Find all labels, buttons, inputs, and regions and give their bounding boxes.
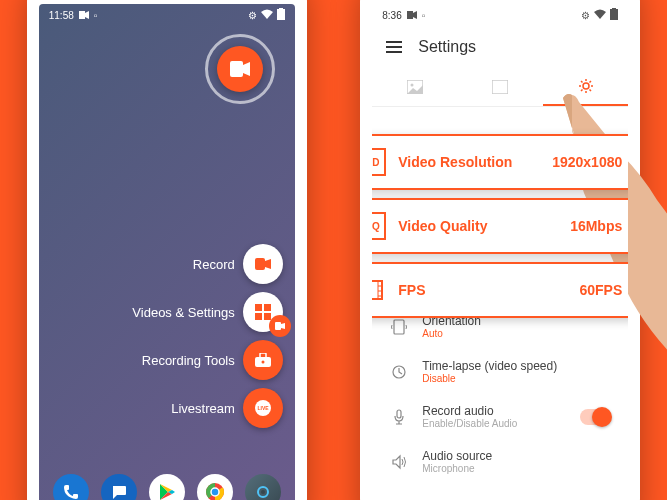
card-video-resolution[interactable]: HD Video Resolution 1920x1080	[372, 134, 628, 190]
menu-icon[interactable]	[386, 41, 402, 53]
settings-status-icon: ⚙	[248, 10, 257, 21]
svg-point-25	[410, 84, 413, 87]
svg-rect-5	[255, 304, 262, 311]
dock	[39, 474, 295, 500]
settings-header: Settings	[372, 26, 628, 68]
svg-rect-7	[255, 313, 262, 320]
speaker-icon	[390, 454, 408, 470]
settings-screen: 8:36 ▫ ⚙ Settings HD Video	[372, 4, 628, 500]
message-icon: ▫	[422, 10, 426, 21]
grid-icon	[255, 304, 271, 320]
svg-rect-22	[610, 9, 618, 20]
svg-text:LIVE: LIVE	[257, 405, 269, 411]
svg-rect-9	[275, 322, 281, 330]
message-icon: ▫	[94, 10, 98, 21]
fab-item-record[interactable]: Record	[193, 244, 283, 284]
svg-rect-1	[277, 9, 285, 20]
fab-item-videos-settings[interactable]: Videos & Settings	[132, 292, 282, 332]
live-icon: LIVE	[253, 398, 273, 418]
svg-rect-8	[264, 313, 271, 320]
battery-icon	[277, 8, 285, 22]
phone-right: 8:36 ▫ ⚙ Settings HD Video	[360, 0, 640, 500]
svg-rect-2	[279, 8, 283, 10]
fab-item-livestream[interactable]: Livestream LIVE	[171, 388, 283, 428]
record-indicator-icon	[407, 10, 417, 21]
tab-gallery[interactable]	[458, 68, 543, 106]
home-screen: 11:58 ▫ ⚙ Re	[39, 4, 295, 500]
svg-rect-0	[79, 11, 85, 19]
record-indicator-icon	[79, 10, 89, 21]
tab-image[interactable]	[372, 68, 457, 106]
phone-app-icon[interactable]	[53, 474, 89, 500]
card-fps[interactable]: FPS 60FPS	[372, 262, 628, 318]
svg-rect-11	[260, 353, 266, 358]
svg-rect-3	[230, 61, 243, 77]
highlight-cards: HD Video Resolution 1920x1080 HQ Video Q…	[372, 134, 628, 326]
toolbox-icon	[255, 353, 271, 367]
svg-rect-21	[407, 11, 413, 19]
card-video-quality[interactable]: HQ Video Quality 16Mbps	[372, 198, 628, 254]
setting-audio-source[interactable]: Audio source Microphone	[372, 439, 628, 484]
record-fab-main[interactable]	[205, 34, 275, 104]
setting-timelapse[interactable]: Time-lapse (video speed) Disable	[372, 349, 628, 394]
camera-icon	[230, 61, 250, 77]
tabs	[372, 68, 628, 107]
camera-icon	[255, 258, 271, 270]
wifi-icon	[261, 9, 273, 21]
settings-list: Orientation Auto Time-lapse (video speed…	[372, 304, 628, 484]
battery-icon	[610, 8, 618, 22]
svg-point-12	[261, 361, 264, 364]
hd-icon: HD	[372, 148, 386, 176]
svg-point-18	[211, 488, 219, 496]
settings-status-icon: ⚙	[581, 10, 590, 21]
wifi-icon	[594, 9, 606, 21]
tab-settings[interactable]	[543, 68, 628, 106]
setting-record-audio[interactable]: Record audio Enable/Disable Audio	[372, 394, 628, 439]
svg-rect-39	[397, 410, 401, 418]
fps-icon	[372, 276, 386, 304]
timelapse-icon	[390, 364, 408, 380]
camera-app-icon[interactable]	[245, 474, 281, 500]
chrome-icon[interactable]	[197, 474, 233, 500]
fab-item-recording-tools[interactable]: Recording Tools	[142, 340, 283, 380]
camera-small-icon	[275, 322, 285, 330]
page-title: Settings	[418, 38, 476, 56]
status-bar: 8:36 ▫ ⚙	[372, 4, 628, 26]
svg-rect-26	[492, 80, 508, 94]
audio-toggle[interactable]	[580, 409, 610, 425]
status-time: 8:36	[382, 10, 401, 21]
svg-rect-6	[264, 304, 271, 311]
phone-left: 11:58 ▫ ⚙ Re	[27, 0, 307, 500]
svg-rect-23	[612, 8, 616, 10]
microphone-icon	[390, 409, 408, 425]
status-bar: 11:58 ▫ ⚙	[39, 4, 295, 26]
hq-icon: HQ	[372, 212, 386, 240]
svg-point-27	[583, 83, 589, 89]
fab-menu: Record Videos & Settings Recording Tools	[132, 244, 282, 428]
svg-rect-4	[255, 258, 265, 270]
play-store-icon[interactable]	[149, 474, 185, 500]
messages-app-icon[interactable]	[101, 474, 137, 500]
svg-point-20	[261, 490, 265, 494]
status-time: 11:58	[49, 10, 74, 21]
